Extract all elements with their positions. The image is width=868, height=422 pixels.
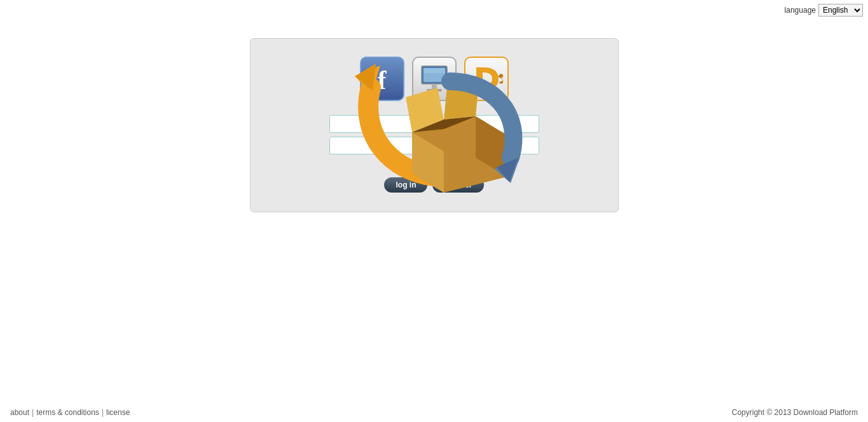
footer: about | terms & conditions | license Cop…	[0, 408, 868, 417]
copyright: Copyright © 2013 Download Platform	[732, 408, 858, 417]
language-bar: language English German French Spanish I…	[785, 4, 863, 17]
separator-1: |	[32, 408, 34, 417]
terms-link[interactable]: terms & conditions	[36, 408, 99, 417]
language-select[interactable]: English German French Spanish Italian	[818, 4, 863, 17]
language-label: language	[785, 6, 816, 15]
footer-links: about | terms & conditions | license	[10, 408, 130, 417]
license-link[interactable]: license	[106, 408, 130, 417]
main-content: f	[0, 0, 868, 212]
about-link[interactable]: about	[10, 408, 29, 417]
separator-2: |	[102, 408, 104, 417]
app-logo	[320, 31, 549, 208]
